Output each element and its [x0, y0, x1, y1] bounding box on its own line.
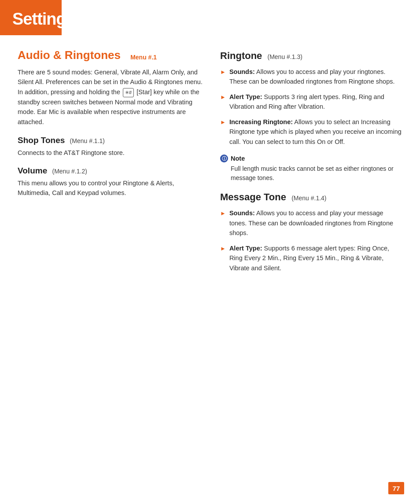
main-content: Audio & Ringtones Menu #.1 There are 5 s…	[0, 48, 420, 307]
ringtone-alert-text: Alert Type: Supports 3 ring alert types.…	[229, 92, 402, 112]
message-sounds-text: Sounds: Allows you to access and play yo…	[229, 208, 402, 238]
ringtone-bullet-list: ► Sounds: Allows you to access and play …	[220, 67, 402, 147]
page-title: Settings	[12, 10, 75, 29]
note-label: Note	[231, 155, 245, 162]
shop-tones-body: Connects to the AT&T Ringtone store.	[18, 148, 203, 158]
star-key-icon: ✳#	[123, 88, 134, 97]
page-number: 77	[388, 482, 404, 494]
note-icon: ⓘ	[220, 155, 228, 162]
shop-tones-menu: (Menu #.1.1)	[70, 137, 105, 144]
increasing-ringtone-text: Increasing Ringtone: Allows you to selec…	[229, 117, 402, 147]
list-item: ► Alert Type: Supports 6 message alert t…	[220, 243, 402, 273]
ringtone-title: Ringtone	[220, 50, 262, 61]
volume-title: Volume	[18, 166, 47, 175]
ringtone-sounds-label: Sounds:	[229, 68, 255, 75]
bullet-arrow-icon: ►	[220, 209, 226, 218]
list-item: ► Sounds: Allows you to access and play …	[220, 67, 402, 87]
message-tone-bullet-list: ► Sounds: Allows you to access and play …	[220, 208, 402, 273]
message-sounds-label: Sounds:	[229, 210, 255, 217]
volume-menu: (Menu #.1.2)	[52, 168, 87, 175]
right-column: Ringtone (Menu #.1.3) ► Sounds: Allows y…	[220, 48, 402, 281]
list-item: ► Increasing Ringtone: Allows you to sel…	[220, 117, 402, 147]
shop-tones-heading: Shop Tones (Menu #.1.1)	[18, 136, 203, 145]
bullet-arrow-icon: ►	[220, 244, 226, 253]
bullet-arrow-icon: ►	[220, 118, 226, 127]
audio-ringtones-header: Audio & Ringtones Menu #.1	[18, 48, 203, 62]
bullet-arrow-icon: ►	[220, 93, 226, 102]
volume-body: This menu allows you to control your Rin…	[18, 178, 203, 198]
list-item: ► Sounds: Allows you to access and play …	[220, 208, 402, 238]
note-box: ⓘ Note Full length music tracks cannot b…	[220, 155, 402, 183]
audio-ringtones-body: There are 5 sound modes: General, Vibrat…	[18, 67, 203, 127]
audio-ringtones-title: Audio & Ringtones	[18, 48, 121, 62]
message-tone-title: Message Tone	[220, 191, 286, 202]
bullet-arrow-icon: ►	[220, 68, 226, 77]
volume-heading: Volume (Menu #.1.2)	[18, 166, 203, 176]
ringtone-sounds-text: Sounds: Allows you to access and play yo…	[229, 67, 402, 87]
ringtone-menu: (Menu #.1.3)	[268, 53, 302, 60]
note-title: ⓘ Note	[220, 155, 402, 162]
ringtone-heading-wrap: Ringtone (Menu #.1.3)	[220, 50, 402, 62]
message-tone-menu: (Menu #.1.4)	[291, 195, 326, 202]
note-body: Full length music tracks cannot be set a…	[231, 164, 402, 183]
audio-ringtones-menu: Menu #.1	[130, 54, 157, 61]
left-column: Audio & Ringtones Menu #.1 There are 5 s…	[18, 48, 203, 281]
message-alert-label: Alert Type:	[229, 245, 262, 252]
ringtone-alert-label: Alert Type:	[229, 93, 262, 100]
shop-tones-title: Shop Tones	[18, 136, 65, 145]
message-alert-text: Alert Type: Supports 6 message alert typ…	[229, 243, 402, 273]
list-item: ► Alert Type: Supports 3 ring alert type…	[220, 92, 402, 112]
increasing-ringtone-label: Increasing Ringtone:	[229, 118, 293, 125]
message-tone-heading-wrap: Message Tone (Menu #.1.4)	[220, 191, 402, 203]
